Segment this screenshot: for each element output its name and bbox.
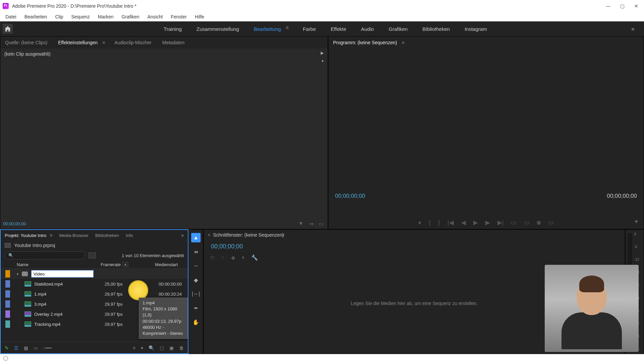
project-search-input[interactable]: 🔍: [5, 251, 85, 259]
maximize-button[interactable]: ▢: [620, 4, 625, 8]
mark-in-icon[interactable]: {: [429, 219, 431, 226]
marker-icon[interactable]: ♦: [242, 254, 245, 261]
menu-grafiken[interactable]: Grafiken: [118, 13, 144, 21]
workspace-instagram[interactable]: Instagram: [464, 25, 488, 33]
label-chip[interactable]: [5, 300, 10, 308]
menu-bearbeiten[interactable]: Bearbeiten: [20, 13, 51, 21]
play-icon[interactable]: ▶: [473, 219, 478, 226]
linked-selection-icon[interactable]: ○: [221, 254, 224, 261]
add-marker-icon[interactable]: ♦: [418, 219, 421, 226]
expand-arrow-icon[interactable]: ▶: [321, 51, 324, 55]
clip-name: 3.mp4: [34, 302, 105, 307]
new-bin-icon[interactable]: ▢: [160, 345, 164, 351]
collapse-arrow-icon[interactable]: ▲: [321, 59, 324, 62]
list-view-icon[interactable]: ☰: [14, 345, 18, 351]
tab-info[interactable]: Info: [126, 233, 133, 238]
go-to-out-icon[interactable]: ▶|: [497, 219, 504, 226]
tab-program[interactable]: Programm: (keine Sequenzen): [332, 38, 398, 47]
new-item-icon[interactable]: ▣: [169, 345, 174, 351]
button-editor-icon[interactable]: +: [634, 218, 638, 226]
column-mediastart[interactable]: Medienstart: [138, 262, 178, 267]
step-forward-icon[interactable]: ▶: [485, 219, 490, 226]
tab-effect-settings[interactable]: Effekteinstellungen: [57, 38, 99, 47]
extract-icon[interactable]: ▭: [524, 219, 530, 226]
workspace-effekte[interactable]: Effekte: [330, 25, 347, 33]
project-file-name: Youtube Intro.prproj: [14, 243, 55, 248]
pen-tool-icon[interactable]: ✒: [191, 303, 201, 313]
minimize-button[interactable]: —: [606, 4, 610, 8]
thumbnail-toggle-icon[interactable]: [89, 252, 96, 258]
workspace-zusammenstellung[interactable]: Zusammenstellung: [196, 25, 240, 33]
tab-libraries[interactable]: Bibliotheken: [95, 233, 119, 238]
workspace-overflow-icon[interactable]: »: [631, 25, 635, 33]
delete-icon[interactable]: 🗑: [179, 345, 184, 351]
lift-icon[interactable]: ▭: [511, 219, 517, 226]
razor-tool-icon[interactable]: ◆: [191, 275, 201, 285]
label-chip[interactable]: [5, 290, 10, 298]
export-frame-icon[interactable]: ◙: [537, 219, 541, 226]
menu-marken[interactable]: Marken: [94, 13, 118, 21]
column-framerate[interactable]: Framerate ∧: [101, 262, 138, 267]
workspace-grafiken[interactable]: Grafiken: [388, 25, 409, 33]
close-button[interactable]: ✕: [634, 4, 639, 8]
pen-icon[interactable]: ✎: [5, 345, 9, 351]
step-back-icon[interactable]: ◀: [461, 219, 466, 226]
workspace-farbe[interactable]: Farbe: [302, 25, 317, 33]
workspace-bibliotheken[interactable]: Bibliotheken: [422, 25, 450, 33]
slip-tool-icon[interactable]: |↔|: [191, 289, 201, 299]
zoom-slider-icon[interactable]: ○━━: [43, 345, 51, 351]
comparison-icon[interactable]: ▭: [548, 219, 554, 226]
workspace-bearbeitung[interactable]: Bearbeitung: [253, 25, 281, 33]
bin-name-input[interactable]: [31, 270, 94, 278]
timeline-tab-menu-icon[interactable]: ≡: [282, 232, 284, 238]
chevron-down-icon[interactable]: ▾: [17, 272, 18, 276]
selection-tool-icon[interactable]: ▲: [191, 233, 201, 242]
label-chip[interactable]: [5, 320, 10, 328]
filter-icon[interactable]: ▼: [298, 221, 304, 227]
column-name[interactable]: Name: [17, 262, 101, 267]
ripple-edit-tool-icon[interactable]: ↔: [191, 261, 201, 270]
menu-datei[interactable]: Datei: [1, 13, 20, 21]
icon-view-icon[interactable]: ▦: [24, 345, 28, 351]
project-overflow-icon[interactable]: »: [181, 233, 184, 238]
tab-source[interactable]: Quelle: (keine Clips): [4, 38, 49, 47]
snap-icon[interactable]: ⊓: [210, 254, 214, 261]
tab-audioclip-mixer[interactable]: Audioclip-Mischer: [113, 38, 153, 47]
table-row[interactable]: Stabilized.mp4 25,00 fps 00:00:00:00: [1, 279, 188, 289]
tab-metadata[interactable]: Metadaten: [161, 38, 186, 47]
label-chip[interactable]: [5, 270, 10, 278]
home-button[interactable]: [3, 24, 13, 34]
program-tab-menu-icon[interactable]: ≡: [402, 40, 405, 45]
sort-icon[interactable]: ≡: [133, 345, 136, 351]
app-icon: [3, 3, 9, 9]
go-to-in-icon[interactable]: |◀: [447, 219, 454, 226]
menu-hilfe[interactable]: Hilfe: [191, 13, 208, 21]
menu-ansicht[interactable]: Ansicht: [143, 13, 167, 21]
menu-sequenz[interactable]: Sequenz: [67, 13, 94, 21]
hand-tool-icon[interactable]: ✋: [191, 317, 201, 327]
menu-clip[interactable]: Clip: [51, 13, 67, 21]
mark-out-icon[interactable]: }: [438, 219, 440, 226]
tab-media-browser[interactable]: Media-Browser: [59, 233, 88, 238]
freeform-view-icon[interactable]: ▭: [34, 345, 38, 351]
export-frame-icon[interactable]: ▭: [319, 221, 324, 227]
tab-project[interactable]: Projekt: Youtube Intro: [5, 233, 46, 238]
tab-timeline[interactable]: Schnittfenster: (keine Sequenzen): [213, 232, 284, 238]
project-tab-menu-icon[interactable]: ≡: [50, 233, 52, 238]
add-marker-tl-icon[interactable]: ◆: [231, 254, 235, 261]
transition-icon[interactable]: ⇥: [309, 221, 313, 227]
tab-menu-icon[interactable]: ≡: [102, 40, 105, 45]
settings-icon[interactable]: 🔧: [251, 254, 258, 261]
automate-icon[interactable]: ▾: [141, 345, 143, 351]
track-select-tool-icon[interactable]: ⇻: [191, 247, 201, 256]
workspace-menu-icon[interactable]: ≡: [285, 25, 288, 33]
table-row[interactable]: ▾: [1, 269, 188, 279]
label-chip[interactable]: [5, 280, 10, 288]
label-chip[interactable]: [5, 310, 10, 318]
workspace-training[interactable]: Training: [163, 25, 182, 33]
find-icon[interactable]: 🔍: [149, 345, 154, 351]
timeline-timecode[interactable]: 00;00;00;00: [211, 243, 243, 250]
timeline-close-icon[interactable]: ×: [208, 232, 210, 238]
menu-fenster[interactable]: Fenster: [167, 13, 191, 21]
workspace-audio[interactable]: Audio: [360, 25, 374, 33]
